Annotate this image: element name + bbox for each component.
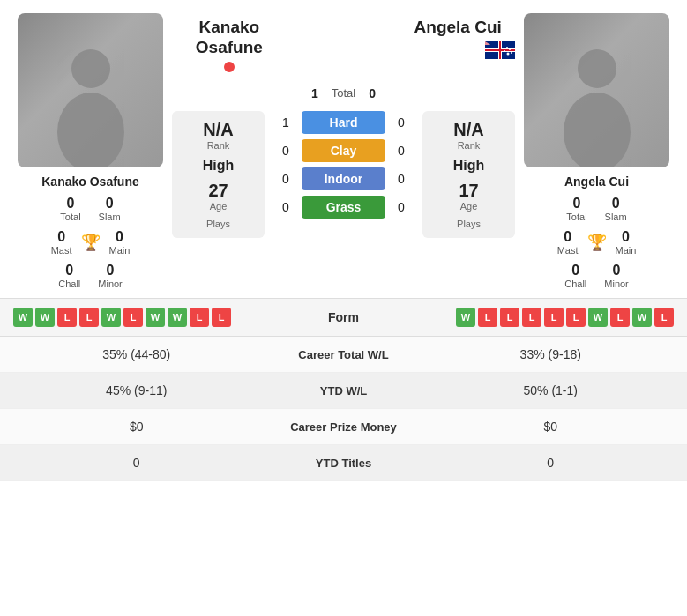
right-rank-value: N/A	[453, 120, 483, 140]
stats-right-value: 0	[432, 456, 670, 470]
hard-right-score: 0	[392, 115, 410, 130]
stats-center-label: Career Total W/L	[256, 348, 432, 361]
player-left-minor-value: 0	[107, 263, 115, 278]
player-left-name-header: KanakoOsafune	[172, 18, 287, 76]
left-plays-item: Plays	[206, 219, 230, 229]
form-badge-left: W	[146, 308, 165, 327]
stats-left-value: 0	[18, 456, 256, 470]
form-badge-right: L	[500, 308, 519, 327]
left-stats-panel: N/A Rank High 27 Age Plays	[172, 111, 265, 238]
total-label: Total	[332, 86, 355, 100]
australia-flag-icon	[485, 41, 515, 59]
player-right-minor: 0 Minor	[604, 263, 629, 289]
player-left-silhouette	[47, 44, 135, 167]
center-surfaces: 1 Hard 0 0 Clay 0 0 Indoor 0	[270, 111, 417, 238]
middle-section: KanakoOsafune Angela Cui	[172, 13, 515, 238]
stats-center-label: YTD W/L	[256, 384, 432, 397]
stats-left-value: 45% (9-11)	[18, 383, 256, 397]
stats-right-value: 50% (1-1)	[432, 383, 670, 397]
right-age-item: 17 Age	[459, 181, 478, 212]
stats-row: 45% (9-11)YTD W/L50% (1-1)	[0, 373, 687, 409]
right-stats-panel: N/A Rank High 17 Age Plays	[422, 111, 515, 238]
right-rank-item: N/A Rank	[453, 120, 483, 151]
surface-grass-row: 0 Grass 0	[277, 196, 410, 219]
player-left-stats-top: 0 Total 0 Slam	[60, 196, 120, 222]
stats-left-value: 35% (44-80)	[18, 347, 256, 361]
player-left-total: 0 Total	[60, 196, 80, 222]
svg-point-14	[578, 49, 616, 88]
svg-point-1	[57, 93, 124, 167]
player-left-mast-label: Mast	[51, 245, 72, 256]
stats-row: $0Career Prize Money$0	[0, 409, 687, 445]
player-left-slam-value: 0	[106, 196, 114, 212]
comparison-container: Kanako Osafune 0 Total 0 Slam 0 Mast 🏆	[0, 0, 687, 481]
left-age-label: Age	[208, 201, 228, 212]
right-fitness-value: High	[453, 158, 485, 174]
total-row: 1 Total 0	[172, 86, 515, 100]
grass-right-score: 0	[392, 200, 410, 214]
svg-point-9	[507, 52, 510, 55]
player-right-chall: 0 Chall	[564, 263, 586, 289]
trophy-left-icon: 🏆	[81, 233, 101, 252]
right-plays-label: Plays	[457, 219, 481, 229]
player-left-stats-bot: 0 Chall 0 Minor	[58, 263, 123, 289]
surfaces-area: N/A Rank High 27 Age Plays	[172, 111, 515, 238]
form-title: Form	[328, 310, 359, 324]
player-right-chall-label: Chall	[564, 278, 586, 289]
form-badge-right: W	[588, 308, 608, 327]
player-right-total-value: 0	[573, 196, 581, 212]
player-left-stats-mid: 0 Mast 🏆 0 Main	[9, 229, 172, 256]
stats-row: 35% (44-80)Career Total W/L33% (9-18)	[0, 337, 687, 373]
surface-indoor-row: 0 Indoor 0	[277, 167, 410, 190]
player-right-silhouette	[553, 44, 641, 167]
surface-hard-row: 1 Hard 0	[277, 111, 410, 134]
player-left-avatar	[18, 13, 163, 167]
player-left-name: Kanako Osafune	[41, 174, 138, 189]
stats-right-value: $0	[432, 419, 670, 434]
player-right-slam-value: 0	[612, 196, 620, 212]
player-left-total-value: 0	[67, 196, 75, 212]
player-right-mast-label: Mast	[557, 245, 579, 256]
surface-clay-row: 0 Clay 0	[277, 139, 410, 162]
player-left-chall-value: 0	[65, 263, 73, 278]
form-badges-left: WWLLWLWWLL	[13, 308, 231, 327]
form-section: WWLLWLWWLL Form WLLLLLWLWL	[0, 298, 687, 337]
form-badge-left: L	[57, 308, 77, 327]
svg-point-0	[71, 49, 110, 88]
player-right-total: 0 Total	[566, 196, 586, 222]
player-left-minor-label: Minor	[98, 278, 123, 289]
career-stats-table: 35% (44-80)Career Total W/L33% (9-18)45%…	[0, 337, 687, 481]
player-right-stats-mid: 0 Mast 🏆 0 Main	[515, 229, 678, 256]
total-left-score: 1	[311, 86, 318, 100]
player-right-stats-bot: 0 Chall 0 Minor	[564, 263, 629, 289]
clay-right-score: 0	[392, 144, 410, 158]
form-badge-left: L	[190, 308, 209, 327]
form-badge-right: W	[632, 308, 652, 327]
stats-center-label: Career Prize Money	[256, 420, 432, 434]
right-age-value: 17	[459, 181, 478, 201]
left-plays-label: Plays	[206, 219, 230, 229]
right-flag-container	[400, 41, 515, 59]
svg-rect-6	[499, 41, 501, 59]
svg-point-12	[506, 47, 508, 48]
player-left-chall: 0 Chall	[58, 263, 80, 289]
player-right-mast: 0 Mast	[557, 229, 579, 256]
left-fitness-item: High	[203, 158, 235, 174]
indoor-badge: Indoor	[302, 167, 385, 190]
player-right-main-value: 0	[622, 229, 630, 245]
form-badge-right: L	[566, 308, 586, 327]
player-right: Angela Cui 0 Total 0 Slam 0 Mast 🏆 0	[515, 13, 678, 289]
player-right-avatar	[524, 13, 669, 167]
right-fitness-item: High	[453, 158, 485, 174]
player-left-total-label: Total	[60, 212, 80, 222]
player-left-mast-value: 0	[57, 229, 65, 245]
player-right-name: Angela Cui	[564, 174, 629, 189]
clay-badge: Clay	[302, 139, 385, 162]
svg-point-13	[511, 52, 512, 54]
grass-badge: Grass	[302, 196, 385, 219]
stats-left-value: $0	[18, 419, 256, 434]
left-flag-indicator	[224, 62, 235, 72]
player-right-minor-label: Minor	[604, 278, 629, 289]
svg-point-10	[504, 50, 505, 52]
svg-point-11	[509, 48, 511, 50]
